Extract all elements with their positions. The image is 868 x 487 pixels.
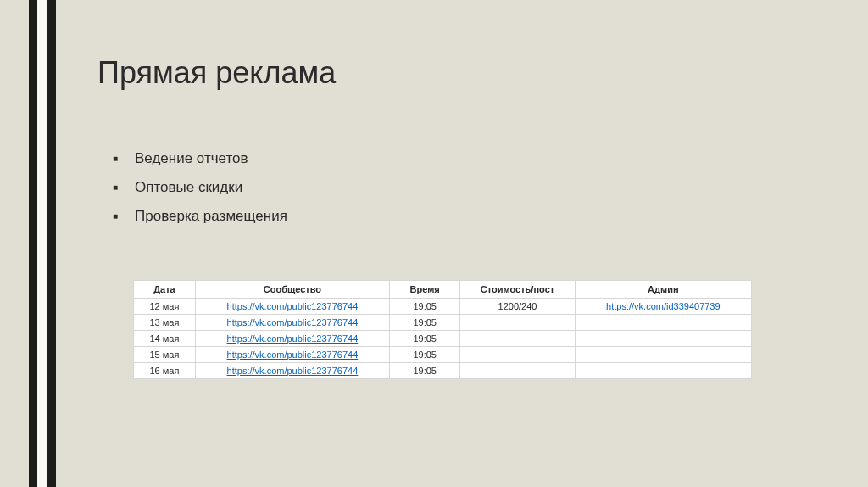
community-link[interactable]: https://vk.com/public123776744 bbox=[227, 317, 359, 327]
cell-community: https://vk.com/public123776744 bbox=[195, 315, 389, 331]
community-link[interactable]: https://vk.com/public123776744 bbox=[227, 366, 359, 376]
cell-admin bbox=[575, 347, 751, 363]
cell-time: 19:05 bbox=[390, 347, 460, 363]
table-header-row: Дата Сообщество Время Стоимость/пост Адм… bbox=[134, 281, 752, 299]
data-table: Дата Сообщество Время Стоимость/пост Адм… bbox=[133, 280, 752, 379]
cell-time: 19:05 bbox=[390, 331, 460, 347]
cell-date: 12 мая bbox=[134, 299, 196, 315]
bullet-list: Ведение отчетов Оптовые скидки Проверка … bbox=[113, 150, 817, 225]
cell-cost bbox=[460, 347, 575, 363]
list-item: Ведение отчетов bbox=[113, 150, 817, 167]
stripe-white bbox=[37, 0, 47, 487]
cell-time: 19:05 bbox=[390, 363, 460, 379]
cell-cost: 1200/240 bbox=[460, 299, 575, 315]
cell-admin: https://vk.com/id339407739 bbox=[575, 299, 751, 315]
cell-date: 16 мая bbox=[134, 363, 196, 379]
cell-community: https://vk.com/public123776744 bbox=[195, 347, 389, 363]
community-link[interactable]: https://vk.com/public123776744 bbox=[227, 333, 359, 344]
table-row: 15 мая https://vk.com/public123776744 19… bbox=[134, 347, 752, 363]
cell-admin bbox=[575, 331, 751, 347]
list-item: Проверка размещения bbox=[113, 208, 817, 225]
cell-time: 19:05 bbox=[390, 315, 460, 331]
cell-community: https://vk.com/public123776744 bbox=[195, 331, 389, 347]
stripe-black-left bbox=[29, 0, 37, 487]
table-row: 16 мая https://vk.com/public123776744 19… bbox=[134, 363, 752, 379]
slide-content: Прямая реклама Ведение отчетов Оптовые с… bbox=[97, 55, 817, 379]
cell-admin bbox=[575, 363, 751, 379]
cell-date: 13 мая bbox=[134, 315, 196, 331]
admin-link[interactable]: https://vk.com/id339407739 bbox=[606, 301, 721, 311]
cell-cost bbox=[460, 363, 575, 379]
th-time: Время bbox=[390, 281, 460, 299]
cell-community: https://vk.com/public123776744 bbox=[195, 299, 389, 315]
cell-cost bbox=[460, 315, 575, 331]
community-link[interactable]: https://vk.com/public123776744 bbox=[227, 301, 359, 311]
cell-cost bbox=[460, 331, 575, 347]
cell-time: 19:05 bbox=[390, 299, 460, 315]
cell-date: 15 мая bbox=[134, 347, 196, 363]
table-row: 14 мая https://vk.com/public123776744 19… bbox=[134, 331, 752, 347]
decorative-stripe bbox=[29, 0, 56, 487]
th-cost: Стоимость/пост bbox=[460, 281, 575, 299]
th-date: Дата bbox=[134, 281, 196, 299]
community-link[interactable]: https://vk.com/public123776744 bbox=[227, 350, 359, 360]
th-admin: Админ bbox=[575, 281, 751, 299]
table-row: 12 мая https://vk.com/public123776744 19… bbox=[134, 299, 752, 315]
list-item: Оптовые скидки bbox=[113, 179, 817, 196]
th-community: Сообщество bbox=[195, 281, 389, 299]
cell-admin bbox=[575, 315, 751, 331]
cell-community: https://vk.com/public123776744 bbox=[195, 363, 389, 379]
table-row: 13 мая https://vk.com/public123776744 19… bbox=[134, 315, 752, 331]
page-title: Прямая реклама bbox=[97, 55, 817, 91]
data-table-wrap: Дата Сообщество Время Стоимость/пост Адм… bbox=[133, 280, 752, 379]
stripe-black-right bbox=[47, 0, 56, 487]
cell-date: 14 мая bbox=[134, 331, 196, 347]
